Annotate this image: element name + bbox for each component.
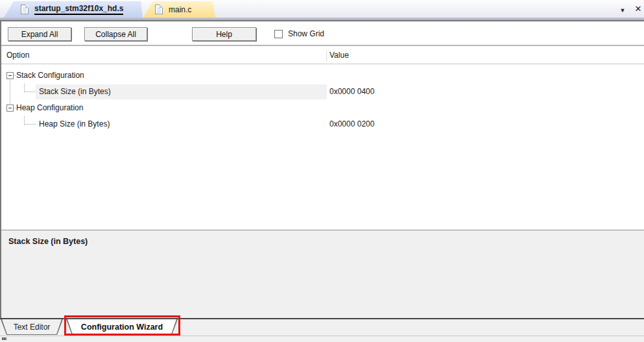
- tab-startup-file[interactable]: startup_stm32f10x_hd.s: [4, 1, 143, 18]
- document-icon: [21, 5, 29, 14]
- show-grid-label: Show Grid: [288, 29, 324, 38]
- tree-row-heap-size[interactable]: Heap Size (in Bytes) 0x0000 0200: [1, 116, 644, 132]
- description-title: Stack Size (in Bytes): [8, 237, 88, 246]
- option-label[interactable]: Heap Configuration: [16, 100, 83, 116]
- scroll-grip-mark: [2, 337, 6, 340]
- wizard-toolbar: Expand All Collapse All Help Show Grid: [1, 21, 644, 46]
- option-value[interactable]: 0x0000 0200: [329, 116, 374, 132]
- configuration-wizard-view: startup_stm32f10x_hd.s main.c ▼ ✕ Expand…: [0, 0, 644, 342]
- document-tabbar: startup_stm32f10x_hd.s main.c ▼ ✕: [0, 0, 644, 20]
- tab-main-c[interactable]: main.c: [143, 1, 215, 18]
- tree-row-stack-configuration[interactable]: Stack Configuration: [1, 67, 644, 84]
- tab-configuration-wizard[interactable]: Configuration Wizard: [66, 319, 178, 335]
- tab-label: main.c: [169, 5, 191, 14]
- collapse-minus-icon[interactable]: [6, 104, 14, 112]
- tab-list-dropdown-icon[interactable]: ▼: [617, 5, 628, 16]
- show-grid-checkbox[interactable]: [274, 30, 283, 38]
- collapse-all-button[interactable]: Collapse All: [84, 27, 147, 41]
- option-label[interactable]: Stack Size (in Bytes): [39, 84, 111, 100]
- tree-row-stack-size[interactable]: Stack Size (in Bytes) 0x0000 0400: [1, 84, 644, 100]
- help-button[interactable]: Help: [192, 27, 256, 41]
- expand-all-button[interactable]: Expand All: [8, 27, 71, 41]
- tab-text-editor[interactable]: Text Editor: [1, 319, 63, 335]
- column-divider[interactable]: [326, 49, 327, 62]
- bottom-divider: [0, 336, 644, 336]
- tab-label: Text Editor: [1, 319, 63, 334]
- pane-filler: [1, 311, 644, 318]
- tab-label: Configuration Wizard: [66, 319, 178, 334]
- tree-row-heap-configuration[interactable]: Heap Configuration: [1, 100, 644, 116]
- column-header-option: Option: [6, 51, 29, 60]
- option-label[interactable]: Stack Configuration: [16, 67, 84, 84]
- option-label[interactable]: Heap Size (in Bytes): [39, 116, 110, 132]
- config-wizard-pane: Expand All Collapse All Help Show Grid O…: [0, 20, 644, 318]
- table-header: Option Value: [1, 47, 644, 64]
- option-tree: Stack Configuration Stack Size (in Bytes…: [1, 65, 644, 230]
- tab-label: startup_stm32f10x_hd.s: [34, 4, 123, 15]
- option-value[interactable]: 0x0000 0400: [329, 84, 374, 100]
- collapse-minus-icon[interactable]: [6, 72, 14, 79]
- column-header-value: Value: [329, 51, 349, 60]
- close-icon[interactable]: ✕: [632, 3, 644, 15]
- description-panel: Stack Size (in Bytes): [1, 230, 644, 311]
- document-icon: [155, 5, 163, 14]
